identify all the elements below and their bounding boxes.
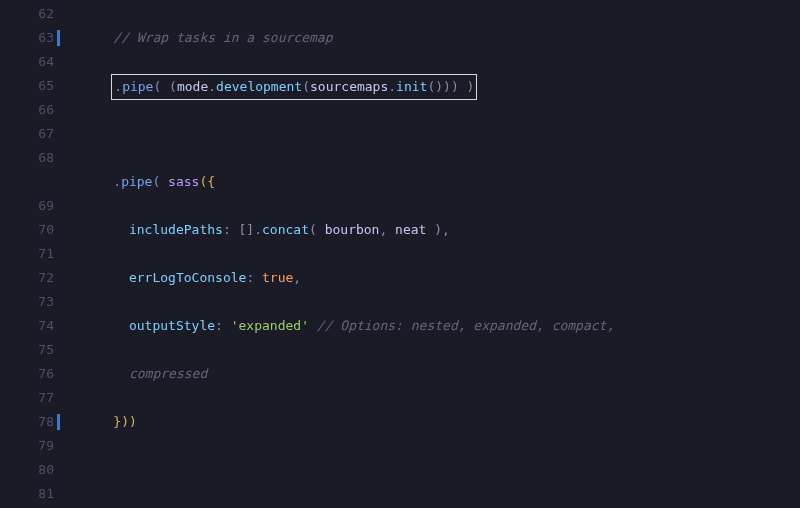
code-editor[interactable]: // Wrap tasks in a sourcemap .pipe( (mod… xyxy=(62,0,800,508)
highlighted-box: .pipe( (mode.development(sourcemaps.init… xyxy=(111,74,477,100)
line-number: 73 xyxy=(0,290,54,314)
line-number: 66 xyxy=(0,98,54,122)
line-number: 68 xyxy=(0,146,54,170)
line-number: 76 xyxy=(0,362,54,386)
code-line[interactable]: .pipe( sass({ xyxy=(82,170,800,194)
line-number-gutter: 62 63 64 65 66 67 68 69 70 71 72 73 74 7… xyxy=(0,0,62,508)
line-number: 74 xyxy=(0,314,54,338)
line-number: 67 xyxy=(0,122,54,146)
code-line[interactable]: .pipe( (mode.development(sourcemaps.init… xyxy=(82,74,800,98)
line-number: 63 xyxy=(0,26,54,50)
code-line[interactable] xyxy=(82,122,800,146)
code-line[interactable]: // Wrap tasks in a sourcemap xyxy=(82,26,800,50)
line-number: 80 xyxy=(0,458,54,482)
line-number: 70 xyxy=(0,218,54,242)
code-line[interactable]: compressed xyxy=(82,362,800,386)
line-number: 81 xyxy=(0,482,54,506)
comment: compressed xyxy=(129,366,207,381)
code-line[interactable]: errLogToConsole: true, xyxy=(82,266,800,290)
code-line[interactable]: includePaths: [].concat( bourbon, neat )… xyxy=(82,218,800,242)
gutter-mark-icon xyxy=(57,414,60,430)
line-number: 64 xyxy=(0,50,54,74)
code-line[interactable] xyxy=(82,458,800,482)
line-number: 62 xyxy=(0,2,54,26)
line-number: 69 xyxy=(0,194,54,218)
line-number: 77 xyxy=(0,386,54,410)
line-number: 79 xyxy=(0,434,54,458)
line-number: 72 xyxy=(0,266,54,290)
code-line[interactable]: outputStyle: 'expanded' // Options: nest… xyxy=(82,314,800,338)
comment: // Wrap tasks in a sourcemap xyxy=(113,30,332,45)
line-number: 65 xyxy=(0,74,54,98)
line-number: 75 xyxy=(0,338,54,362)
comment: // Options: nested, expanded, compact, xyxy=(317,318,614,333)
gutter-mark-icon xyxy=(57,30,60,46)
code-line[interactable]: })) xyxy=(82,410,800,434)
line-number xyxy=(0,170,54,194)
line-number: 78 xyxy=(0,410,54,434)
line-number: 71 xyxy=(0,242,54,266)
